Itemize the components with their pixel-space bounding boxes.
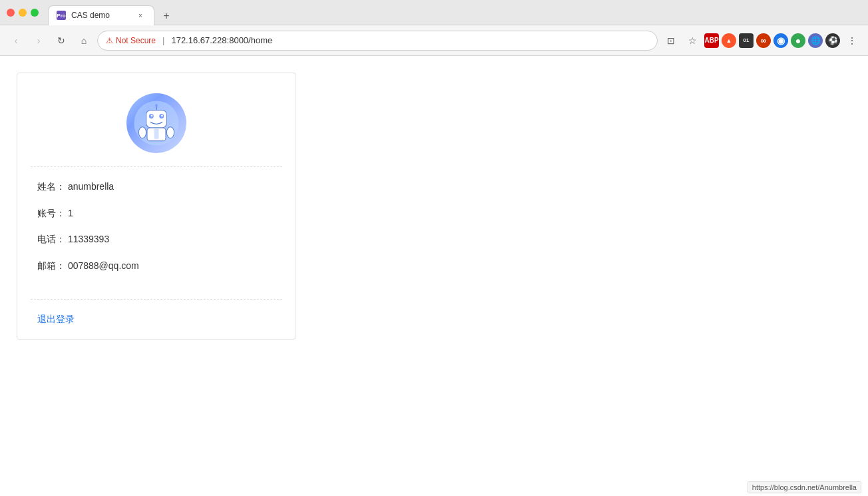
refresh-button[interactable]: ↻ [52,31,71,50]
brave-extension-icon[interactable]: ▲ [722,33,736,48]
green-extension-icon[interactable]: ● [791,33,805,48]
home-icon: ⌂ [81,35,87,46]
nav-bar: ‹ › ↻ ⌂ ⚠ Not Secure | 172.16.67.228:800… [0,25,868,56]
cast-button[interactable]: ⊡ [662,31,680,50]
url-path: :8000/home [227,35,273,45]
url-text: 172.16.67.228:8000/home [171,35,272,45]
url-domain: 172.16.67.228 [171,35,226,45]
avatar [126,93,186,153]
phone-value: 11339393 [68,234,109,244]
name-label: 姓名： [37,181,65,192]
avatar-section [17,73,296,166]
globe-extension-icon[interactable]: 🌐 [808,33,823,48]
traffic-lights [7,9,39,17]
close-window-button[interactable] [7,9,15,17]
cast-icon: ⊡ [667,35,675,46]
account-row: 账号： 1 [37,207,276,220]
blue-ext-icon: ◉ [777,35,785,46]
robot-avatar-svg [133,100,180,146]
svg-point-6 [151,115,153,117]
action-section: 退出登录 [17,300,296,339]
name-value: anumbrella [68,181,114,192]
tab-favicon: Pro [57,11,66,20]
soccer-icon: ⚽ [828,36,838,45]
01-extension-icon[interactable]: 01 [739,33,754,48]
tab-title: CAS demo [71,11,130,20]
phone-row: 电话： 11339393 [37,233,276,246]
infinity-icon: ∞ [761,36,767,45]
toolbar-icons: ⊡ ☆ ABP ▲ 01 ∞ ◉ ● [662,31,861,50]
refresh-icon: ↻ [57,35,65,46]
soccer-extension-icon[interactable]: ⚽ [825,33,840,48]
abp-extension-icon[interactable]: ABP [704,33,719,48]
back-icon: ‹ [15,35,18,46]
content-area: 姓名： anumbrella 账号： 1 电话： 11339393 邮箱： 00… [0,56,868,496]
profile-card: 姓名： anumbrella 账号： 1 电话： 11339393 邮箱： 00… [17,73,296,340]
phone-label: 电话： [37,234,65,244]
address-bar[interactable]: ⚠ Not Secure | 172.16.67.228:8000/home [97,31,658,51]
star-icon: ☆ [688,35,697,46]
tab-close-button[interactable]: × [135,10,146,21]
browser-window: Pro CAS demo × + ‹ › ↻ ⌂ ⚠ Not Secure | [0,0,868,496]
maximize-window-button[interactable] [31,9,39,17]
new-tab-button[interactable]: + [157,7,176,25]
logout-button[interactable]: 退出登录 [37,314,75,324]
account-label: 账号： [37,208,65,218]
security-warning: ⚠ Not Secure [106,36,156,45]
svg-rect-9 [154,128,159,138]
forward-icon: › [37,35,41,46]
svg-rect-1 [146,110,167,128]
bookmark-button[interactable]: ☆ [683,31,702,50]
email-label: 邮箱： [37,260,65,271]
globe-icon: 🌐 [811,36,821,45]
email-row: 邮箱： 007888@qq.com [37,260,276,273]
svg-point-7 [161,115,163,117]
more-options-button[interactable]: ⋮ [843,31,861,50]
green-ext-icon: ● [795,35,801,46]
tab-bar: Pro CAS demo × + [48,0,861,25]
email-value: 007888@qq.com [68,260,139,271]
blue-extension-icon[interactable]: ◉ [773,33,788,48]
security-divider: | [162,35,164,45]
brave-icon: ▲ [726,37,732,44]
infinity-extension-icon[interactable]: ∞ [756,33,771,48]
name-row: 姓名： anumbrella [37,180,276,194]
info-section: 姓名： anumbrella 账号： 1 电话： 11339393 邮箱： 00… [17,167,296,299]
bottom-url-hint: https://blog.csdn.net/Anumbrella [748,481,861,493]
more-icon: ⋮ [847,35,857,46]
forward-button[interactable]: › [29,31,48,50]
svg-point-10 [138,127,146,138]
back-button[interactable]: ‹ [7,31,25,50]
active-tab[interactable]: Pro CAS demo × [48,5,154,25]
account-value: 1 [68,208,73,218]
abp-label: ABP [704,37,718,44]
01-label: 01 [744,37,750,43]
warning-icon: ⚠ [106,36,113,45]
svg-point-11 [166,127,174,138]
minimize-window-button[interactable] [19,9,27,17]
home-button[interactable]: ⌂ [75,31,93,50]
svg-point-3 [155,104,158,107]
title-bar: Pro CAS demo × + [0,0,868,25]
not-secure-text: Not Secure [116,36,156,45]
